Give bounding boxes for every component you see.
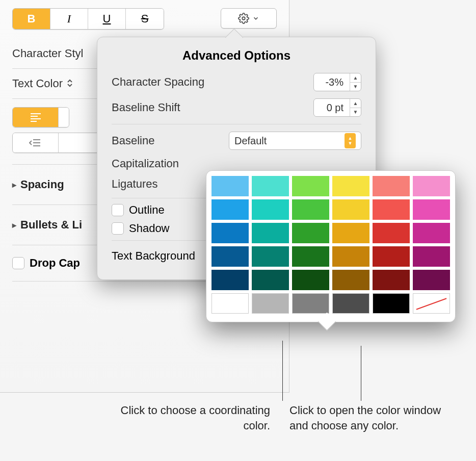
color-swatch[interactable]: [292, 246, 329, 267]
shadow-checkbox[interactable]: [112, 222, 124, 235]
color-swatch[interactable]: [292, 223, 329, 243]
color-swatch[interactable]: [292, 176, 329, 196]
color-swatch[interactable]: [332, 176, 369, 196]
color-swatch-popover: [206, 170, 456, 322]
color-swatch[interactable]: [252, 223, 289, 243]
color-swatch[interactable]: [332, 293, 369, 314]
color-swatch[interactable]: [373, 199, 410, 220]
select-arrows-icon: ▲▼: [345, 133, 356, 148]
color-swatch[interactable]: [413, 223, 450, 243]
text-style-segment: B I U S: [12, 8, 164, 30]
chevron-down-icon: [252, 15, 259, 22]
spacing-label: Spacing: [20, 178, 64, 191]
disclosure-icon: ▸: [12, 220, 16, 230]
character-spacing-label: Character Spacing: [112, 75, 313, 89]
color-swatch[interactable]: [252, 246, 289, 267]
indent-segment: [12, 133, 104, 153]
color-swatch[interactable]: [252, 293, 289, 314]
color-swatch[interactable]: [413, 246, 450, 267]
color-swatch[interactable]: [413, 176, 450, 196]
color-swatch[interactable]: [211, 293, 249, 314]
italic-button[interactable]: I: [50, 9, 88, 29]
color-swatch[interactable]: [373, 293, 410, 314]
color-swatch[interactable]: [211, 270, 249, 290]
capitalization-row: Capitalization: [112, 157, 361, 170]
color-swatch[interactable]: [373, 270, 410, 290]
character-styles-label: Character Styl: [12, 47, 83, 60]
character-spacing-value: -3%: [314, 76, 350, 88]
popover-title: Advanced Options: [112, 48, 361, 63]
callout-right: Click to open the color window and choos…: [289, 403, 458, 433]
callout-left: Click to choose a coordinating color.: [107, 403, 270, 433]
bold-button[interactable]: B: [13, 9, 50, 29]
drop-cap-checkbox[interactable]: [12, 257, 24, 269]
baseline-shift-label: Baseline Shift: [112, 101, 313, 114]
color-swatch[interactable]: [252, 199, 289, 220]
chevron-updown-icon: [67, 79, 73, 89]
shadow-label: Shadow: [129, 222, 170, 235]
color-swatch[interactable]: [332, 199, 369, 220]
bullets-label: Bullets & Li: [20, 218, 82, 232]
color-swatch[interactable]: [373, 246, 410, 267]
color-swatch[interactable]: [292, 199, 329, 220]
svg-point-0: [242, 17, 245, 20]
color-swatch[interactable]: [413, 270, 450, 290]
color-swatch[interactable]: [332, 270, 369, 290]
color-swatch[interactable]: [252, 270, 289, 290]
text-style-row: B I U S: [12, 8, 277, 30]
text-color-label: Text Color: [12, 77, 63, 90]
color-swatch[interactable]: [211, 199, 249, 220]
decrease-indent-icon: [29, 138, 41, 147]
callout-leader: [282, 341, 283, 401]
callout-leader: [361, 346, 361, 401]
outline-checkbox[interactable]: [112, 204, 124, 216]
baseline-shift-value: 0 pt: [314, 102, 350, 114]
baseline-label: Baseline: [112, 134, 229, 147]
swatch-grid: [211, 176, 450, 290]
advanced-options-button[interactable]: [221, 8, 277, 29]
color-swatch[interactable]: [211, 223, 249, 243]
outline-label: Outline: [129, 203, 165, 217]
align-center-button[interactable]: [59, 108, 69, 127]
capitalization-label: Capitalization: [112, 157, 361, 170]
color-swatch[interactable]: [252, 176, 289, 196]
decrease-indent-button[interactable]: [13, 133, 59, 152]
color-swatch[interactable]: [332, 223, 369, 243]
strikethrough-button[interactable]: S: [126, 9, 164, 29]
align-left-button[interactable]: [13, 108, 59, 127]
divider: [112, 124, 361, 124]
no-color-swatch[interactable]: [413, 293, 450, 314]
color-swatch[interactable]: [292, 293, 329, 314]
disclosure-icon: ▸: [12, 180, 16, 190]
baseline-value: Default: [234, 135, 267, 147]
color-swatch[interactable]: [332, 246, 369, 267]
color-swatch[interactable]: [292, 270, 329, 290]
baseline-select[interactable]: Default ▲▼: [229, 132, 361, 150]
color-swatch[interactable]: [211, 246, 249, 267]
drop-cap-label: Drop Cap: [30, 257, 80, 270]
character-spacing-stepper[interactable]: -3% ▲▼: [313, 73, 361, 91]
text-align-segment: [12, 107, 69, 127]
stepper-arrows[interactable]: ▲▼: [350, 99, 361, 116]
swatch-grid-bottom: [211, 293, 450, 314]
gear-icon: [238, 13, 249, 24]
baseline-row: Baseline Default ▲▼: [112, 132, 361, 150]
color-swatch[interactable]: [211, 176, 249, 196]
baseline-shift-row: Baseline Shift 0 pt ▲▼: [112, 98, 361, 117]
text-background-label: Text Background: [112, 249, 195, 263]
color-swatch[interactable]: [373, 223, 410, 243]
baseline-shift-stepper[interactable]: 0 pt ▲▼: [313, 98, 361, 117]
stepper-arrows[interactable]: ▲▼: [350, 73, 361, 91]
underline-button[interactable]: U: [88, 9, 126, 29]
color-swatch[interactable]: [373, 176, 410, 196]
color-swatch[interactable]: [413, 199, 450, 220]
character-spacing-row: Character Spacing -3% ▲▼: [112, 73, 361, 91]
